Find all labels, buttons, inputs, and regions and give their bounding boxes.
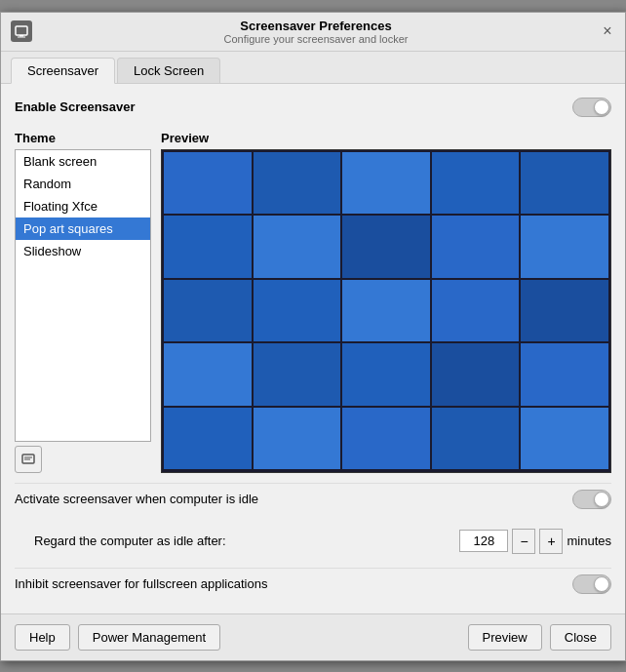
- activate-row-inner: Activate screensaver when computer is id…: [15, 490, 611, 509]
- window-title: Screensaver Preferences: [32, 19, 600, 33]
- pop-art-cell: [432, 343, 520, 406]
- pop-art-cell: [432, 408, 520, 470]
- preview-label: Preview: [161, 131, 611, 145]
- theme-item-slideshow[interactable]: Slideshow: [16, 240, 150, 262]
- window: Screensaver Preferences Configure your s…: [0, 12, 626, 661]
- idle-decrease-button[interactable]: −: [512, 529, 535, 554]
- footer-right: Preview Close: [468, 624, 612, 651]
- pop-art-cell: [164, 343, 252, 406]
- power-management-button[interactable]: Power Management: [78, 624, 220, 651]
- pop-art-cell: [521, 408, 608, 470]
- theme-item-blank[interactable]: Blank screen: [16, 150, 150, 173]
- pop-art-cell: [254, 408, 341, 470]
- footer-left: Help Power Management: [15, 624, 220, 651]
- app-icon: [11, 20, 32, 42]
- titlebar-center: Screensaver Preferences Configure your s…: [32, 19, 600, 45]
- main-content: Enable Screensaver Theme Blank screen Ra…: [1, 84, 625, 613]
- activate-toggle[interactable]: [572, 490, 611, 509]
- minutes-label: minutes: [567, 534, 611, 548]
- preview-button[interactable]: Preview: [468, 624, 542, 651]
- preview-canvas: [161, 149, 611, 473]
- enable-screensaver-label: Enable Screensaver: [15, 99, 136, 114]
- theme-actions: [15, 446, 151, 473]
- pop-art-cell: [432, 280, 520, 342]
- tab-bar: Screensaver Lock Screen: [1, 52, 625, 84]
- pop-art-cell: [164, 216, 252, 278]
- idle-row: Regard the computer as idle after: − + m…: [15, 525, 611, 558]
- theme-panel: Theme Blank screen Random Floating Xfce …: [15, 131, 151, 473]
- tab-screensaver[interactable]: Screensaver: [11, 58, 115, 84]
- theme-label: Theme: [15, 131, 151, 145]
- toggle-thumb: [594, 576, 609, 592]
- close-button[interactable]: Close: [550, 624, 611, 651]
- pop-art-cell: [164, 408, 252, 470]
- idle-controls: − + minutes: [459, 529, 611, 554]
- pop-art-cell: [164, 152, 252, 215]
- theme-item-random[interactable]: Random: [16, 173, 150, 195]
- svg-rect-1: [20, 35, 23, 37]
- pop-art-cell: [254, 152, 341, 215]
- pop-art-cell: [254, 280, 341, 342]
- pop-art-cell: [521, 343, 608, 406]
- idle-label: Regard the computer as idle after:: [34, 534, 459, 548]
- pop-art-cell: [342, 408, 430, 470]
- inhibit-row: Inhibit screensaver for fullscreen appli…: [15, 568, 611, 600]
- theme-preview-area: Theme Blank screen Random Floating Xfce …: [15, 131, 611, 473]
- theme-item-floating[interactable]: Floating Xfce: [16, 195, 150, 217]
- theme-item-popart[interactable]: Pop art squares: [16, 217, 150, 240]
- pop-art-cell: [342, 343, 430, 406]
- svg-rect-0: [16, 26, 27, 35]
- help-button[interactable]: Help: [15, 624, 70, 651]
- inhibit-toggle[interactable]: [572, 574, 611, 594]
- pop-art-cell: [521, 216, 608, 278]
- tab-lockscreen[interactable]: Lock Screen: [117, 58, 220, 83]
- pop-art-cell: [342, 280, 430, 342]
- theme-list[interactable]: Blank screen Random Floating Xfce Pop ar…: [15, 149, 151, 442]
- theme-action-button[interactable]: [15, 446, 42, 473]
- svg-rect-2: [18, 37, 25, 38]
- toggle-thumb: [594, 99, 609, 115]
- pop-art-cell: [432, 152, 520, 215]
- pop-art-cell: [342, 216, 430, 278]
- activate-row: Activate screensaver when computer is id…: [15, 483, 611, 515]
- pop-art-cell: [164, 280, 252, 342]
- pop-art-grid: [162, 150, 610, 472]
- pop-art-cell: [342, 152, 430, 215]
- activate-label: Activate screensaver when computer is id…: [15, 492, 258, 506]
- enable-screensaver-row: Enable Screensaver: [15, 98, 611, 117]
- toggle-thumb: [594, 492, 609, 507]
- pop-art-cell: [432, 216, 520, 278]
- idle-input[interactable]: [459, 530, 508, 552]
- pop-art-cell: [521, 280, 608, 342]
- pop-art-cell: [254, 343, 341, 406]
- close-icon[interactable]: ×: [600, 23, 615, 39]
- window-subtitle: Configure your screensaver and locker: [32, 33, 600, 45]
- pop-art-cell: [521, 152, 608, 215]
- pop-art-cell: [254, 216, 341, 278]
- inhibit-row-inner: Inhibit screensaver for fullscreen appli…: [15, 574, 611, 594]
- inhibit-label: Inhibit screensaver for fullscreen appli…: [15, 576, 267, 591]
- preview-panel: Preview: [161, 131, 611, 473]
- titlebar: Screensaver Preferences Configure your s…: [1, 13, 625, 52]
- footer: Help Power Management Preview Close: [1, 613, 625, 660]
- titlebar-left: [11, 20, 32, 42]
- enable-screensaver-toggle[interactable]: [572, 98, 611, 117]
- idle-increase-button[interactable]: +: [539, 529, 563, 554]
